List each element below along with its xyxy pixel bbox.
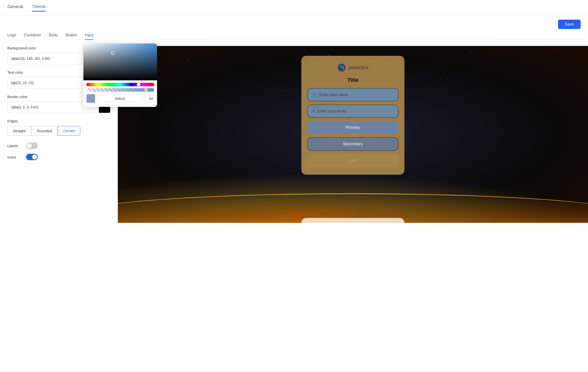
picker-hex-input[interactable] bbox=[97, 95, 143, 102]
labels-toggle-thumb bbox=[27, 143, 32, 148]
edge-btn-straight[interactable]: Straight bbox=[7, 126, 31, 136]
edges-group: Straight Rounded Circled bbox=[7, 126, 110, 136]
sub-tabs: Logo Container Body Button Input bbox=[0, 33, 588, 40]
left-panel: Background color Text color Border color… bbox=[0, 46, 118, 223]
save-button[interactable]: Save bbox=[558, 20, 581, 29]
icons-toggle-thumb bbox=[32, 155, 37, 159]
pricing-card: Free plan 0.00 / per plan bbox=[301, 218, 404, 223]
sub-tab-button[interactable]: Button bbox=[66, 33, 77, 40]
link-button[interactable]: Link bbox=[307, 154, 399, 167]
color-picker-popup: % hex bbox=[83, 43, 157, 107]
sub-tab-logo[interactable]: Logo bbox=[7, 33, 16, 40]
picker-bottom: % hex bbox=[83, 92, 157, 103]
primary-button[interactable]: Primary bbox=[307, 121, 399, 134]
right-panel: powerlynx Title 👤 Enter your name ✉ Ente… bbox=[118, 46, 588, 223]
hue-slider[interactable] bbox=[86, 83, 154, 86]
labels-toggle-row: Labels bbox=[7, 143, 110, 149]
picker-alpha-input[interactable] bbox=[145, 95, 157, 102]
icons-label: Icons bbox=[7, 155, 22, 159]
tab-theme[interactable]: Theme bbox=[32, 4, 46, 12]
picker-circle[interactable] bbox=[111, 51, 114, 55]
email-icon: ✉ bbox=[312, 109, 315, 114]
name-placeholder: Enter your name bbox=[319, 93, 348, 97]
labels-toggle[interactable] bbox=[26, 143, 38, 149]
icons-toggle-row: Icons bbox=[7, 154, 110, 160]
alpha-slider[interactable] bbox=[86, 88, 154, 92]
picker-swatch-small bbox=[86, 94, 95, 103]
hue-thumb[interactable] bbox=[137, 83, 141, 86]
sub-tab-body[interactable]: Body bbox=[49, 33, 58, 40]
space-background: powerlynx Title 👤 Enter your name ✉ Ente… bbox=[118, 46, 588, 223]
logo-text: powerlynx bbox=[348, 65, 368, 70]
labels-label: Labels bbox=[7, 144, 22, 148]
tab-general[interactable]: General bbox=[7, 4, 23, 12]
edges-label: Edges bbox=[7, 119, 110, 123]
sub-tab-input[interactable]: Input bbox=[85, 33, 94, 40]
email-placeholder: Enter your email bbox=[318, 109, 346, 114]
icons-toggle[interactable] bbox=[26, 154, 38, 160]
gradient-canvas[interactable] bbox=[83, 43, 157, 80]
card-email-input: ✉ Enter your email bbox=[307, 105, 399, 118]
person-icon: 👤 bbox=[312, 92, 317, 97]
secondary-button[interactable]: Secondary bbox=[307, 137, 399, 151]
card-logo-row: powerlynx bbox=[307, 63, 399, 72]
main-layout: Background color Text color Border color… bbox=[0, 46, 588, 223]
logo-icon bbox=[337, 63, 346, 72]
card-name-input: 👤 Enter your name bbox=[307, 88, 399, 101]
header: General Theme bbox=[0, 0, 588, 16]
edge-btn-rounded[interactable]: Rounded bbox=[31, 126, 58, 136]
sliders-area bbox=[83, 80, 157, 92]
alpha-thumb[interactable] bbox=[144, 88, 148, 92]
sub-tab-container[interactable]: Container bbox=[24, 33, 41, 40]
edge-btn-circled[interactable]: Circled bbox=[58, 126, 80, 136]
preview-card: powerlynx Title 👤 Enter your name ✉ Ente… bbox=[301, 56, 404, 175]
top-bar: Save bbox=[0, 16, 588, 33]
card-title: Title bbox=[307, 77, 399, 83]
